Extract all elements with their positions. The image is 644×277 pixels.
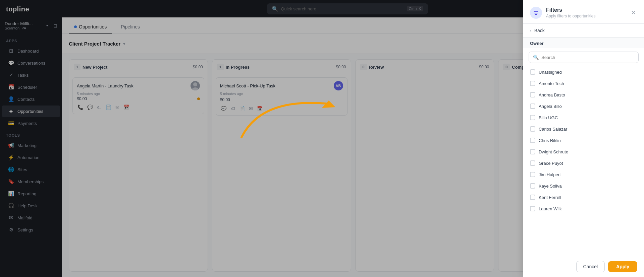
filter-item-lauren-wilk[interactable]: Lauren Wilk — [523, 203, 644, 214]
svg-rect-4 — [534, 13, 538, 13]
checkbox-lauren-wilk[interactable] — [530, 206, 535, 211]
filter-item-label: Kent Ferrell — [539, 195, 561, 200]
checkbox-jim-halpert[interactable] — [530, 172, 535, 177]
svg-rect-3 — [534, 11, 538, 12]
close-panel-button[interactable]: ✕ — [630, 8, 637, 18]
filter-item-grace-puyot[interactable]: Grace Puyot — [523, 157, 644, 169]
filter-item-label: Grace Puyot — [539, 161, 563, 166]
filter-item-label: Chris Riklin — [539, 138, 561, 143]
filter-item-label: Jim Halpert — [539, 172, 561, 177]
filter-item-label: Dwight Schrute — [539, 149, 568, 154]
checkbox-amento-tech[interactable] — [530, 81, 535, 86]
checkbox-kaye-soliva[interactable] — [530, 183, 535, 189]
panel-header: Filters Apply filters to opportunities ✕ — [523, 0, 644, 24]
filter-item-label: Kaye Soliva — [539, 184, 562, 189]
filter-item-angela-billo[interactable]: Angela Billo — [523, 100, 644, 112]
checkbox-kent-ferrell[interactable] — [530, 195, 535, 200]
checkbox-billo-ugc[interactable] — [530, 115, 535, 120]
apply-button[interactable]: Apply — [608, 261, 637, 272]
back-chevron-icon: ‹ — [530, 28, 532, 33]
panel-subtitle: Apply filters to opportunities — [546, 14, 595, 18]
search-icon: 🔍 — [533, 55, 539, 60]
checkbox-unassigned[interactable] — [530, 69, 535, 75]
filter-section-owner: Owner — [523, 38, 644, 48]
filter-item-label: Unassigned — [539, 70, 562, 75]
filter-search-box[interactable]: 🔍 — [529, 52, 639, 63]
filter-item-jim-halpert[interactable]: Jim Halpert — [523, 169, 644, 180]
checkbox-dwight-schrute[interactable] — [530, 149, 535, 154]
checkbox-carlos-salazar[interactable] — [530, 126, 535, 132]
panel-title: Filters — [546, 7, 595, 13]
panel-header-left: Filters Apply filters to opportunities — [530, 7, 595, 19]
panel-title-group: Filters Apply filters to opportunities — [546, 7, 595, 18]
filter-search-input[interactable] — [541, 55, 634, 60]
filter-panel: Filters Apply filters to opportunities ✕… — [523, 0, 644, 277]
filter-item-kaye-soliva[interactable]: Kaye Soliva — [523, 180, 644, 192]
panel-footer: Cancel Apply — [523, 256, 644, 277]
filter-item-amento-tech[interactable]: Amento Tech — [523, 78, 644, 89]
filter-item-label: Amento Tech — [539, 81, 564, 86]
filter-item-label: Andrea Basto — [539, 92, 565, 97]
filter-item-carlos-salazar[interactable]: Carlos Salazar — [523, 123, 644, 135]
checkbox-grace-puyot[interactable] — [530, 160, 535, 166]
filter-item-unassigned[interactable]: Unassigned — [523, 66, 644, 78]
filter-item-chris-riklin[interactable]: Chris Riklin — [523, 135, 644, 146]
checkbox-chris-riklin[interactable] — [530, 138, 535, 143]
checkbox-angela-billo[interactable] — [530, 103, 535, 109]
filter-item-kent-ferrell[interactable]: Kent Ferrell — [523, 192, 644, 203]
filter-panel-icon — [530, 7, 542, 19]
filter-item-andrea-basto[interactable]: Andrea Basto — [523, 89, 644, 100]
filter-item-billo-ugc[interactable]: Billo UGC — [523, 112, 644, 123]
filter-item-label: Carlos Salazar — [539, 127, 567, 132]
filter-item-label: Angela Billo — [539, 104, 562, 109]
back-button[interactable]: ‹ Back — [523, 24, 644, 38]
filter-items-list: Unassigned Amento Tech Andrea Basto Ange… — [523, 65, 644, 256]
back-label: Back — [534, 28, 545, 33]
cancel-button[interactable]: Cancel — [576, 261, 605, 272]
filter-item-label: Lauren Wilk — [539, 206, 562, 211]
svg-rect-5 — [535, 14, 537, 15]
checkbox-andrea-basto[interactable] — [530, 92, 535, 97]
filter-item-label: Billo UGC — [539, 115, 558, 120]
filter-item-dwight-schrute[interactable]: Dwight Schrute — [523, 146, 644, 157]
